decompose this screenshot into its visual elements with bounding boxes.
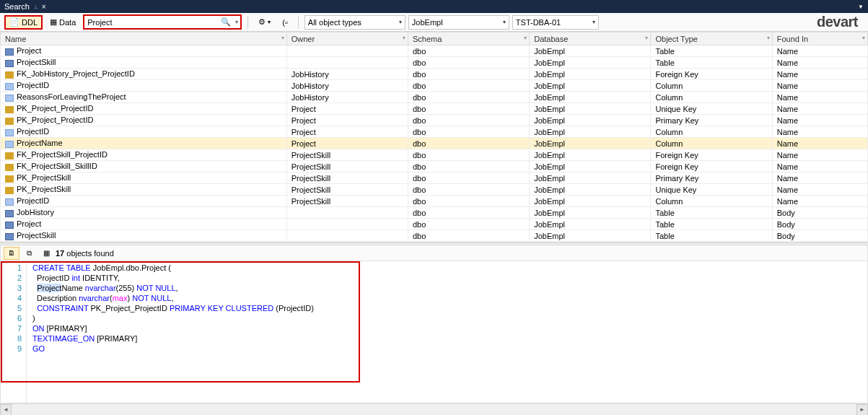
grid-cell: dbo bbox=[408, 138, 529, 149]
grid-cell: JobEmpl bbox=[530, 80, 651, 92]
grid-cell: Table bbox=[651, 219, 772, 230]
scroll-right-icon[interactable]: ► bbox=[856, 404, 868, 416]
preview-text-button[interactable]: ⧉ bbox=[21, 247, 37, 260]
grid-cell: PK_Project_ProjectID bbox=[1, 103, 287, 115]
table-row[interactable]: ProjectNameProjectdboJobEmplColumnName bbox=[1, 138, 868, 149]
grid-cell: ProjectSkill bbox=[286, 184, 408, 196]
ddl-button[interactable]: 📄 DDL bbox=[4, 15, 43, 30]
grid-cell: JobHistory bbox=[286, 69, 408, 80]
grid-cell: JobEmpl bbox=[530, 184, 651, 196]
grid-cell: JobHistory bbox=[286, 80, 408, 92]
grid-cell: Column bbox=[651, 196, 772, 207]
grid-cell: ProjectID bbox=[1, 196, 287, 207]
grid-cell: dbo bbox=[408, 103, 529, 115]
table-row[interactable]: ProjectdboJobEmplTableBody bbox=[1, 219, 868, 230]
grid-cell: Project bbox=[286, 126, 408, 138]
grid-cell: Table bbox=[651, 230, 772, 242]
search-dropdown-icon[interactable]: ▾ bbox=[233, 19, 240, 25]
table-icon bbox=[5, 233, 14, 240]
grid-cell: JobEmpl bbox=[530, 149, 651, 161]
column-header[interactable]: Object Type▾ bbox=[651, 32, 772, 45]
preview-tree-button[interactable]: 🗎 bbox=[4, 247, 19, 260]
grid-cell: JobEmpl bbox=[530, 92, 651, 103]
grid-cell: JobEmpl bbox=[530, 45, 651, 57]
gear-icon: ⚙ bbox=[258, 17, 266, 27]
grid-cell: dbo bbox=[408, 115, 529, 126]
table-row[interactable]: PK_ProjectSkillProjectSkilldboJobEmplPri… bbox=[1, 172, 868, 184]
search-input-wrap[interactable]: 🔍 ▾ bbox=[83, 14, 242, 30]
grid-cell: Body bbox=[772, 207, 867, 219]
results-grid[interactable]: Name▾Owner▾Schema▾Database▾Object Type▾F… bbox=[0, 32, 868, 242]
data-button[interactable]: ▦ Data bbox=[45, 15, 80, 30]
grid-cell: ReasonsForLeavingTheProject bbox=[1, 92, 287, 103]
scroll-left-icon[interactable]: ◄ bbox=[0, 404, 12, 416]
col-icon bbox=[5, 129, 14, 136]
grid-cell: Column bbox=[651, 138, 772, 149]
preview-grid-button[interactable]: ▦ bbox=[38, 247, 54, 260]
table-row[interactable]: ProjectSkilldboJobEmplTableBody bbox=[1, 230, 868, 242]
grid-cell: Project bbox=[286, 138, 408, 149]
table-row[interactable]: FK_ProjectSkill_ProjectIDProjectSkilldbo… bbox=[1, 149, 868, 161]
table-row[interactable]: ProjectIDProjectdboJobEmplColumnName bbox=[1, 126, 868, 138]
column-header[interactable]: Database▾ bbox=[530, 32, 651, 45]
horizontal-scrollbar[interactable]: ◄ ► bbox=[0, 403, 868, 415]
settings-button[interactable]: ⚙▾ bbox=[254, 15, 275, 30]
table-row[interactable]: ReasonsForLeavingTheProjectJobHistorydbo… bbox=[1, 92, 868, 103]
grid-cell: ProjectSkill bbox=[286, 161, 408, 172]
table-row[interactable]: ProjectdboJobEmplTableName bbox=[1, 45, 868, 57]
table-row[interactable]: PK_ProjectSkillProjectSkilldboJobEmplUni… bbox=[1, 184, 868, 196]
grid-cell: Project bbox=[286, 115, 408, 126]
table-row[interactable]: ProjectIDJobHistorydboJobEmplColumnName bbox=[1, 80, 868, 92]
grid-cell: Name bbox=[772, 138, 867, 149]
col-icon bbox=[5, 95, 14, 102]
toolbar: 📄 DDL ▦ Data 🔍 ▾ ⚙▾ (▫ All object types … bbox=[0, 13, 868, 32]
close-tab-icon[interactable]: × bbox=[42, 3, 46, 11]
grid-cell: ProjectSkill bbox=[1, 57, 287, 69]
titlebar-menu-icon[interactable]: ▼ bbox=[858, 4, 864, 10]
column-header[interactable]: Owner▾ bbox=[286, 32, 408, 45]
code-text[interactable]: CREATE TABLE JobEmpl.dbo.Project ( Proje… bbox=[27, 261, 867, 403]
grid-cell: dbo bbox=[408, 80, 529, 92]
table-row[interactable]: PK_Project_ProjectIDProjectdboJobEmplUni… bbox=[1, 103, 868, 115]
filter-button[interactable]: (▫ bbox=[278, 15, 292, 30]
grid-cell: Project bbox=[1, 45, 287, 57]
grid-cell: Unique Key bbox=[651, 103, 772, 115]
grid-cell: dbo bbox=[408, 196, 529, 207]
grid-cell: Name bbox=[772, 149, 867, 161]
server-value: TST-DBA-01 bbox=[516, 18, 561, 27]
grid-cell: PK_ProjectSkill bbox=[1, 184, 287, 196]
column-header[interactable]: Schema▾ bbox=[408, 32, 529, 45]
table-row[interactable]: PK_Project_ProjectIDProjectdboJobEmplPri… bbox=[1, 115, 868, 126]
search-icon[interactable]: 🔍 bbox=[219, 17, 233, 27]
grid-cell: dbo bbox=[408, 57, 529, 69]
table-row[interactable]: ProjectSkilldboJobEmplTableName bbox=[1, 57, 868, 69]
column-header[interactable]: Name▾ bbox=[1, 32, 287, 45]
data-label: Data bbox=[59, 18, 76, 27]
table-row[interactable]: JobHistorydboJobEmplTableBody bbox=[1, 207, 868, 219]
grid-cell: JobEmpl bbox=[530, 126, 651, 138]
grid-cell: dbo bbox=[408, 69, 529, 80]
object-types-value: All object types bbox=[308, 18, 361, 27]
table-icon bbox=[5, 210, 14, 217]
data-grid-icon: ▦ bbox=[50, 17, 57, 27]
key-icon bbox=[5, 118, 14, 125]
grid-cell: PK_ProjectSkill bbox=[1, 172, 287, 184]
pin-icon[interactable]: ⟂ bbox=[34, 3, 38, 10]
database-combo[interactable]: JobEmpl ▾ bbox=[408, 15, 509, 30]
server-combo[interactable]: TST-DBA-01 ▾ bbox=[512, 15, 599, 30]
table-row[interactable]: FK_ProjectSkill_SkillIDProjectSkilldboJo… bbox=[1, 161, 868, 172]
table-row[interactable]: FK_JobHistory_Project_ProjectIDJobHistor… bbox=[1, 69, 868, 80]
grid-cell: JobHistory bbox=[1, 207, 287, 219]
grid-cell: Name bbox=[772, 103, 867, 115]
search-input[interactable] bbox=[84, 18, 219, 27]
object-types-combo[interactable]: All object types ▾ bbox=[304, 15, 405, 30]
grid-cell: dbo bbox=[408, 172, 529, 184]
key-icon bbox=[5, 152, 14, 160]
grid-cell: dbo bbox=[408, 207, 529, 219]
grid-cell: Primary Key bbox=[651, 172, 772, 184]
table-icon bbox=[5, 48, 14, 56]
column-header[interactable]: Found In▾ bbox=[772, 32, 867, 45]
grid-cell: Name bbox=[772, 126, 867, 138]
grid-cell: Foreign Key bbox=[651, 149, 772, 161]
table-row[interactable]: ProjectIDProjectSkilldboJobEmplColumnNam… bbox=[1, 196, 868, 207]
